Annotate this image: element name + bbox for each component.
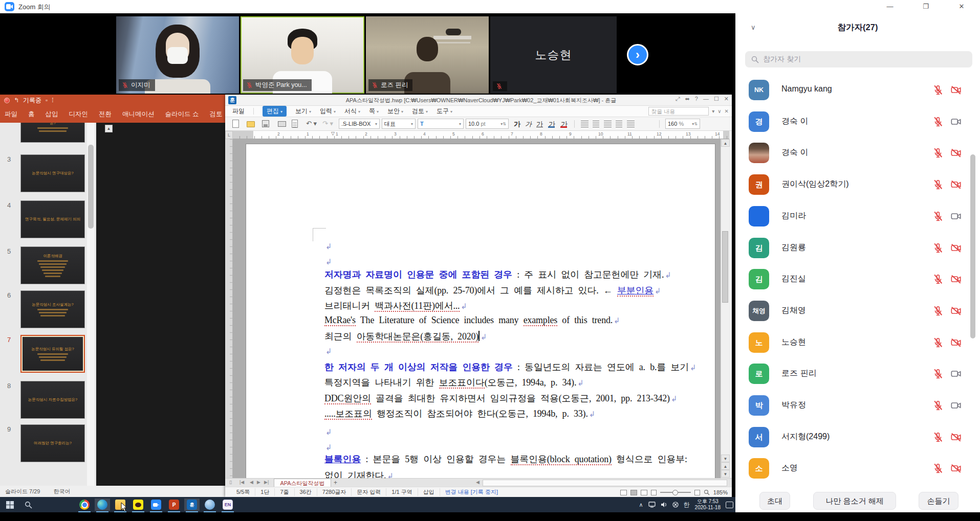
view-mode-icon[interactable] (630, 490, 637, 495)
vertical-ruler[interactable] (225, 139, 233, 478)
slide-thumbnail[interactable]: 논문작성시 유의할 점은? (20, 335, 85, 373)
camera-off-button[interactable] (950, 274, 962, 287)
mic-muted-button[interactable] (932, 242, 944, 256)
find-next-icon[interactable]: ∨ (717, 108, 721, 114)
participant-row[interactable]: 김김진실 (735, 267, 980, 293)
font-size-stepper[interactable]: 10.0 pt▾⇅ (466, 119, 509, 129)
window-switch-icon[interactable]: ⬌ (685, 96, 690, 102)
open-icon[interactable] (247, 121, 255, 127)
unmute-me-button[interactable]: 나만 음소거 해제 (813, 492, 896, 510)
style-combo[interactable]: .S-LIB-BOX▾ (339, 119, 380, 129)
camera-off-button[interactable] (950, 242, 962, 256)
slide-thumbnail[interactable]: 연구목적, 필요성, 문제제기 의의 (20, 200, 85, 238)
language-indicator[interactable]: 한국어 (53, 488, 70, 495)
video-tile[interactable]: 로즈 핀리 (366, 16, 489, 94)
volume-icon[interactable] (661, 502, 667, 508)
hwp-menu-쪽[interactable]: 쪽▾ (369, 107, 379, 116)
participant-row[interactable]: 김김원룡 (735, 236, 980, 262)
tray-app-icon[interactable] (672, 502, 679, 508)
hwp-minimize-button[interactable]: — (703, 96, 709, 102)
zoom-stepper[interactable]: 160 %▾⇅ (665, 119, 700, 129)
status-zoom-value[interactable]: 185% (713, 489, 728, 495)
action-center-icon[interactable] (726, 502, 733, 508)
hwp-taskbar-icon[interactable]: 훈 (184, 499, 200, 511)
mic-muted-button[interactable] (932, 179, 944, 192)
outline-button[interactable]: 가 (549, 120, 555, 128)
hwp-menu-입력[interactable]: 입력▾ (320, 107, 336, 116)
paragraph-combo[interactable]: 대표▾ (382, 119, 416, 129)
indent-marker[interactable]: ▽ (331, 131, 335, 136)
hwp-maximize-button[interactable]: ☐ (714, 96, 719, 102)
mic-muted-button[interactable] (932, 305, 944, 319)
ppt-tab-애니메이션[interactable]: 애니메이션 (122, 110, 155, 119)
camera-off-button[interactable] (950, 337, 962, 350)
last-tab-icon[interactable]: ▶| (264, 480, 269, 485)
scroll-up-button[interactable]: ▲ (721, 139, 730, 147)
minimize-button[interactable]: — (878, 0, 902, 13)
hwp-menu-검토[interactable]: 검토▾ (412, 107, 428, 116)
slide-thumbnail[interactable]: 논문작성시 연구대상은? (20, 154, 85, 192)
ppt-tab-슬라이드 쇼[interactable]: 슬라이드 쇼 (165, 110, 199, 119)
hwp-menu-보기[interactable]: 보기▾ (295, 107, 311, 116)
hwp-menu-서식[interactable]: 서식▾ (344, 107, 360, 116)
slide-panel-scrollbar[interactable] (87, 123, 95, 486)
participant-search-input[interactable]: 참가자 찾기 (745, 51, 972, 67)
change-tracking-status[interactable]: 변경 내용 [기록 중지] (440, 488, 503, 496)
participant-row[interactable]: 김미라 (735, 205, 980, 230)
participant-row[interactable]: 로로즈 핀리 (735, 362, 980, 388)
view-mode-icon[interactable] (620, 490, 627, 495)
camera-on-button[interactable] (950, 116, 962, 129)
undo-icon[interactable]: ↰ (14, 97, 19, 104)
save-icon[interactable] (262, 120, 269, 127)
preview-icon[interactable] (292, 120, 298, 128)
hwp-menu-파일[interactable]: 파일 (232, 107, 245, 116)
camera-off-button[interactable] (950, 432, 962, 445)
camera-on-button[interactable] (950, 368, 962, 381)
italic-button[interactable]: 가 (525, 120, 532, 128)
find-dropdown-icon[interactable]: ▾ (712, 108, 714, 114)
fullscreen-icon[interactable]: ⤢ (676, 96, 680, 102)
participant-row[interactable]: 서서지형(2499) (735, 425, 980, 451)
align-distribute-icon[interactable] (627, 121, 635, 127)
bold-button[interactable]: 가 (514, 120, 520, 128)
print-icon[interactable] (278, 121, 286, 127)
font-combo[interactable]: T▾ (418, 119, 464, 129)
slide-thumbnail[interactable]: 논문작성시 자료수집방법은? (20, 381, 85, 419)
help-icon[interactable]: ? (695, 96, 698, 102)
search-icon[interactable] (20, 499, 36, 511)
mic-muted-button[interactable] (932, 116, 944, 129)
scroll-down-button[interactable]: ▼ (721, 455, 730, 462)
scrollbar-thumb[interactable] (722, 231, 728, 303)
participant-list-scrollbar[interactable] (970, 154, 975, 338)
restore-button[interactable]: ❐ (914, 0, 938, 13)
quick-access-more-icon[interactable]: ⁞ (52, 97, 53, 104)
edge-taskbar-icon[interactable] (95, 499, 110, 511)
align-justify-icon[interactable] (581, 121, 589, 127)
horizontal-scrollbar[interactable] (483, 480, 727, 486)
mic-muted-button[interactable] (932, 463, 944, 476)
participant-row[interactable]: 채영김채영 (735, 299, 980, 325)
more-participants-button[interactable]: › (627, 44, 648, 65)
mic-muted-button[interactable] (932, 400, 944, 413)
hwp-menu-편집[interactable]: 편집▾ (263, 106, 287, 117)
mic-muted-button[interactable] (932, 147, 944, 161)
zoom-out-icon[interactable] (651, 490, 657, 495)
font-color-button[interactable]: 가 (561, 120, 568, 128)
align-center-icon[interactable] (604, 121, 612, 127)
tray-expand-icon[interactable]: ∧ (639, 502, 643, 508)
mic-muted-button[interactable] (932, 368, 944, 381)
camera-off-button[interactable] (950, 305, 962, 319)
ppt-tab-홈[interactable]: 홈 (28, 110, 35, 119)
add-tab-button[interactable]: + (334, 479, 337, 486)
video-tile[interactable]: 노승현 (490, 16, 617, 94)
camera-off-button[interactable] (950, 84, 962, 98)
underline-button[interactable]: 가 (536, 120, 543, 128)
video-tile[interactable]: 박영준 Park you... (241, 16, 364, 94)
chrome-taskbar-icon[interactable] (77, 499, 92, 511)
participant-row[interactable]: 권권이삭(임상2학기) (735, 173, 980, 198)
zoom-taskbar-icon[interactable] (148, 499, 164, 511)
find-input[interactable]: 찾을 내용 (648, 107, 709, 116)
close-button[interactable]: ✕ (950, 0, 973, 13)
hwp-menu-도구[interactable]: 도구▾ (437, 107, 452, 116)
ppt-tab-디자인[interactable]: 디자인 (69, 110, 89, 119)
